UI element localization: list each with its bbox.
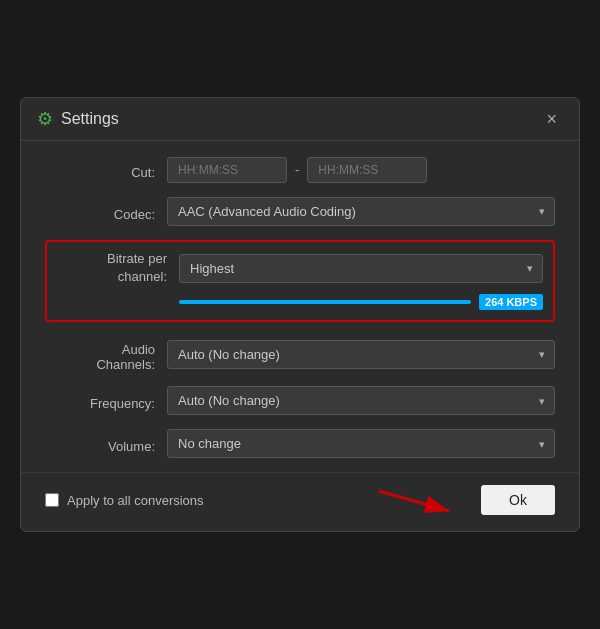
frequency-label: Frequency: [45,390,155,411]
volume-select-wrapper: No change ▾ [167,429,555,458]
audio-channels-label: AudioChannels: [45,336,155,372]
cut-inputs: - [167,157,555,183]
codec-select[interactable]: AAC (Advanced Audio Coding) [167,197,555,226]
svg-line-1 [379,491,449,511]
codec-field-group: AAC (Advanced Audio Coding) ▾ [167,197,555,226]
frequency-select-wrapper: Auto (No change) ▾ [167,386,555,415]
bitrate-slider[interactable] [179,300,471,304]
codec-select-wrapper: AAC (Advanced Audio Coding) ▾ [167,197,555,226]
codec-row: Codec: AAC (Advanced Audio Coding) ▾ [45,197,555,226]
apply-all-checkbox[interactable] [45,493,59,507]
apply-row: Apply to all conversions [45,493,204,508]
bitrate-select[interactable]: Highest [179,254,543,283]
bitrate-controls: Highest ▾ [179,254,543,283]
audio-channels-row: AudioChannels: Auto (No change) ▾ [45,336,555,372]
volume-row: Volume: No change ▾ [45,429,555,458]
apply-all-label: Apply to all conversions [67,493,204,508]
cut-field-group: - [167,157,555,183]
title-left: ⚙ Settings [37,108,119,130]
bitrate-select-wrapper: Highest ▾ [179,254,543,283]
dialog-content: Cut: - Codec: AAC (Advanced Audio Coding… [21,141,579,458]
bitrate-label: Bitrate perchannel: [57,250,167,286]
title-bar: ⚙ Settings × [21,98,579,141]
cut-separator: - [295,162,299,177]
audio-channels-select[interactable]: Auto (No change) [167,340,555,369]
audio-channels-select-wrapper: Auto (No change) ▾ [167,340,555,369]
footer: Apply to all conversions Ok [21,472,579,531]
cut-label: Cut: [45,159,155,180]
bitrate-badge: 264 KBPS [479,294,543,310]
frequency-row: Frequency: Auto (No change) ▾ [45,386,555,415]
volume-label: Volume: [45,433,155,454]
dialog-title: Settings [61,110,119,128]
codec-label: Codec: [45,201,155,222]
bitrate-section: Bitrate perchannel: Highest ▾ 264 KBPS [45,240,555,322]
volume-field: No change ▾ [167,429,555,458]
red-arrow-icon [369,481,469,521]
ok-button[interactable]: Ok [481,485,555,515]
settings-dialog: ⚙ Settings × Cut: - Codec: AAC (Advan [20,97,580,532]
gear-icon: ⚙ [37,108,53,130]
cut-row: Cut: - [45,157,555,183]
frequency-select[interactable]: Auto (No change) [167,386,555,415]
cut-start-input[interactable] [167,157,287,183]
frequency-field: Auto (No change) ▾ [167,386,555,415]
close-button[interactable]: × [540,108,563,130]
cut-end-input[interactable] [307,157,427,183]
volume-select[interactable]: No change [167,429,555,458]
audio-channels-field: Auto (No change) ▾ [167,340,555,369]
slider-row: 264 KBPS [179,294,543,310]
bitrate-row: Bitrate perchannel: Highest ▾ [57,250,543,286]
